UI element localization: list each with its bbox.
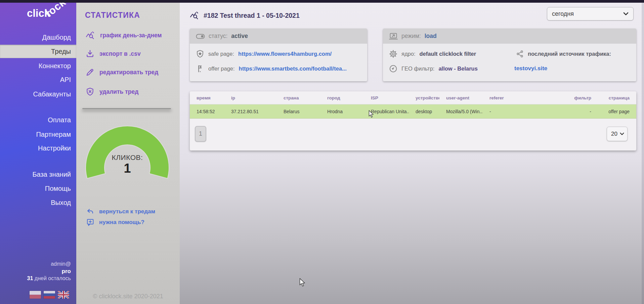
sidebar-item-payment[interactable]: Оплата (0, 113, 76, 127)
cell-filter: - (563, 104, 601, 119)
gauge-label: КЛИКОВ: (84, 154, 170, 162)
safe-page-label: safe page: (208, 51, 234, 57)
help-bubble-icon (86, 218, 94, 226)
sidebar-item-partners[interactable]: Партнерам (0, 128, 76, 141)
video-top-strip (0, 0, 644, 3)
col-city: город (320, 91, 364, 104)
sidebar-item-logout[interactable]: Выход (0, 196, 76, 209)
clicks-gauge: КЛИКОВ: 1 (84, 125, 170, 182)
sidebar-item-knowledge-base[interactable]: База знаний (0, 168, 76, 181)
status-card: статус: active safe page: https://www.fl… (190, 29, 367, 81)
link-label: нужна помощь? (99, 219, 144, 226)
date-range-select[interactable]: сегодня (547, 7, 634, 20)
cell-device: desktop (409, 104, 439, 119)
date-range-value: сегодня (552, 10, 574, 17)
sidebar-item-settings[interactable]: Настройки (0, 141, 76, 155)
status-value: active (231, 33, 248, 40)
col-page: страница (601, 91, 636, 104)
action-label: редактировать тред (99, 69, 158, 76)
chart-search-icon (190, 11, 199, 20)
status-card-header: статус: active (190, 29, 367, 44)
chevron-down-icon (623, 12, 629, 15)
sidebar-item-connector[interactable]: Коннектор (0, 59, 76, 73)
col-time: время (190, 91, 224, 104)
offer-page-link[interactable]: https://www.smartbets.com/football/tea..… (239, 66, 347, 72)
sidebar-item-dashboard[interactable]: Дашборд (0, 31, 76, 44)
core-filter-row: ядро: default clicklock filter (389, 49, 476, 59)
geo-value: allow - Belarus (438, 66, 477, 72)
divider (82, 108, 171, 109)
cell-referer: - (483, 104, 563, 119)
geo-label: ГЕО фильтр: (401, 66, 434, 72)
gear-icon (389, 50, 397, 58)
traffic-source-row: последний источник трафика: (516, 49, 611, 59)
col-filter: фильтр (563, 91, 601, 104)
page-size-select[interactable]: 20 (607, 127, 628, 141)
cell-ip: 37.212.80.51 (224, 104, 277, 119)
action-label: экспорт в .csv (99, 50, 141, 57)
sidebar: clicklock Дашборд Треды Коннектор API Са… (0, 0, 76, 304)
clicks-table: время ip страна город ISP устройство use… (190, 91, 636, 119)
offer-page-label: offer page: (208, 66, 235, 72)
pencil-icon (86, 68, 94, 77)
col-ip: ip (224, 91, 277, 104)
action-label: удалить тред (99, 88, 138, 95)
download-icon (86, 49, 94, 58)
geo-filter-row: ГЕО фильтр: allow - Belarus (389, 63, 478, 74)
mode-label: режим: (401, 33, 421, 40)
stats-title: СТАТИСТИКА (85, 11, 140, 20)
chart-search-icon (86, 31, 95, 40)
uk-flag-icon[interactable] (58, 291, 69, 299)
mode-card: режим: load ядро: default clicklock filt… (383, 29, 636, 81)
cell-time: 14:58:52 (190, 104, 224, 119)
safe-page-link[interactable]: https://www.flowers4hamburg.com/ (238, 51, 332, 57)
share-icon (516, 50, 524, 58)
undo-icon (86, 208, 94, 215)
polish-flag-icon[interactable] (30, 291, 41, 299)
account-email: admin@ (0, 260, 71, 268)
clicklock-logo: clicklock (27, 7, 72, 19)
core-label: ядро: (401, 51, 416, 57)
sidebar-item-api[interactable]: API (0, 73, 76, 86)
chart-day-by-day-action[interactable]: график день-за-днем (86, 30, 162, 40)
export-csv-action[interactable]: экспорт в .csv (86, 49, 141, 59)
cell-city: Hrodna (320, 104, 364, 119)
stats-panel: СТАТИСТИКА график день-за-днем экспорт в… (76, 0, 180, 304)
sidebar-item-help[interactable]: Помощь (0, 182, 76, 195)
sidebar-item-subaccounts[interactable]: Сабакаунты (0, 87, 76, 101)
edit-thread-action[interactable]: редактировать тред (86, 67, 158, 77)
toggle-icon (196, 33, 205, 39)
col-device: устройство (409, 91, 439, 104)
sidebar-item-threads[interactable]: Треды (0, 45, 76, 58)
traffic-source-link[interactable]: testovyi.site (514, 65, 547, 72)
core-value: default clicklock filter (420, 51, 476, 57)
back-to-threads-link[interactable]: вернуться к тредам (86, 207, 155, 217)
shield-star-icon (196, 50, 204, 58)
cell-country: Belarus (277, 104, 320, 119)
mode-value: load (425, 33, 437, 40)
col-referer: referer (483, 91, 563, 104)
flag-icon (196, 64, 204, 73)
traffic-source-value-row: testovyi.site (514, 63, 547, 74)
page-size-value: 20 (611, 131, 617, 137)
shield-x-icon (86, 87, 94, 96)
pagination-page-1-button[interactable]: 1 (195, 126, 206, 142)
col-user-agent: user-agent (439, 91, 483, 104)
account-info: admin@ pro 31 дней осталось (0, 260, 71, 282)
right-edge-shade (642, 0, 644, 304)
page-title: #182 Test thread 1 - 05-10-2021 (204, 12, 300, 19)
col-isp: ISP (364, 91, 409, 104)
account-days-left: 31 дней осталось (0, 275, 71, 282)
mouse-cursor (299, 278, 306, 287)
table-row[interactable]: 14:58:52 37.212.80.51 Belarus Hrodna Rep… (190, 104, 636, 119)
mouse-cursor (368, 110, 375, 118)
col-country: страна (277, 91, 320, 104)
status-label: статус: (209, 33, 227, 40)
need-help-link[interactable]: нужна помощь? (86, 217, 144, 227)
russian-flag-icon[interactable] (44, 291, 55, 299)
cell-page: offer page (601, 104, 636, 119)
copyright-footer: © clicklock.site 2020-2021 (76, 293, 180, 300)
delete-thread-action[interactable]: удалить тред (86, 87, 138, 97)
main-area: #182 Test thread 1 - 05-10-2021 сегодня … (180, 0, 644, 304)
globe-geo-icon (389, 64, 397, 73)
